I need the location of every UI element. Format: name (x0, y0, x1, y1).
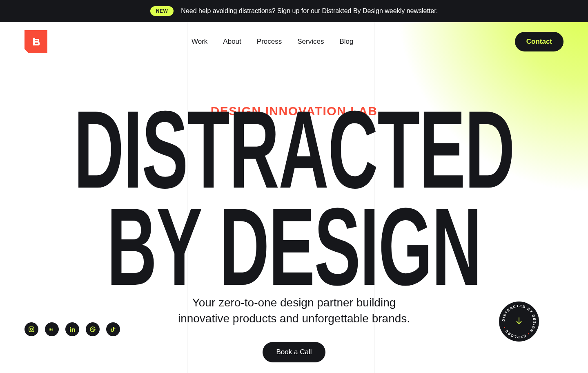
nav-links: Work About Process Services Blog (192, 38, 353, 46)
announcement-text: Need help avoiding distractions? Sign up… (181, 7, 438, 15)
instagram-icon[interactable] (24, 322, 38, 336)
nav-link-work[interactable]: Work (192, 38, 207, 46)
tiktok-icon[interactable] (106, 322, 120, 336)
hero-title: DISTRACTED BY DESIGN (44, 101, 544, 295)
svg-point-2 (33, 328, 33, 328)
social-icons: Bē (24, 322, 120, 336)
arrow-down-icon (514, 316, 523, 327)
announcement-bar[interactable]: NEW Need help avoiding distractions? Sig… (0, 0, 588, 22)
badge-circle: DISTRACTED BY DESIGN • EXPLORE • (499, 302, 539, 342)
new-badge: NEW (150, 6, 174, 16)
nav-link-services[interactable]: Services (297, 38, 324, 46)
explore-badge[interactable]: DISTRACTED BY DESIGN • EXPLORE • (499, 302, 539, 342)
svg-rect-4 (70, 328, 71, 332)
logo[interactable] (24, 30, 47, 53)
svg-point-5 (70, 327, 71, 328)
hero-description-line2: innovative products and unforgettable br… (178, 312, 410, 325)
nav-link-process[interactable]: Process (257, 38, 282, 46)
nav-link-blog[interactable]: Blog (339, 38, 353, 46)
behance-icon[interactable]: Bē (45, 322, 59, 336)
nav-link-about[interactable]: About (223, 38, 241, 46)
dribbble-icon[interactable] (86, 322, 100, 336)
main-nav: Work About Process Services Blog Contact (0, 22, 588, 61)
svg-text:Bē: Bē (49, 328, 53, 331)
logo-b-icon (30, 36, 42, 47)
book-call-button[interactable]: Book a Call (263, 342, 326, 362)
linkedin-icon[interactable] (65, 322, 79, 336)
svg-point-1 (30, 328, 32, 330)
contact-button[interactable]: Contact (515, 32, 564, 51)
